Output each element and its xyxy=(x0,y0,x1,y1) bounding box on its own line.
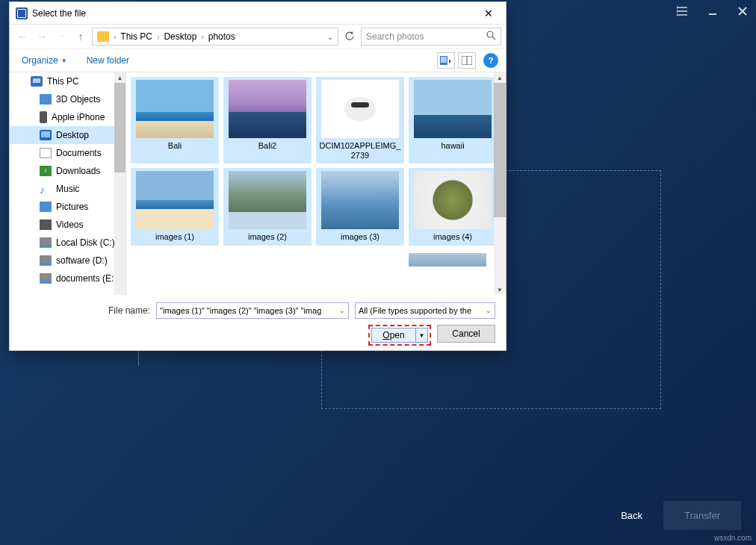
tree-item-documents-e-[interactable]: documents (E:) xyxy=(10,270,126,287)
folder-icon xyxy=(97,31,109,42)
files-scroll-down[interactable]: ▼ xyxy=(494,284,506,295)
address-dropdown-icon[interactable]: ⌄ xyxy=(324,33,336,41)
file-thumbnail xyxy=(229,171,306,229)
file-item[interactable]: Bali xyxy=(131,77,219,164)
filename-label: File name: xyxy=(108,305,150,316)
nav-up-icon[interactable]: ↑ xyxy=(72,28,89,45)
file-label: Bali2 xyxy=(226,141,309,151)
tree-item-documents[interactable]: Documents xyxy=(10,144,126,162)
help-icon[interactable]: ? xyxy=(483,53,498,68)
file-item[interactable]: Bali2 xyxy=(223,77,312,164)
tree-item-label: Documents xyxy=(56,148,102,158)
dialog-titlebar: Select the file ✕ xyxy=(10,2,506,25)
transfer-button: Transfer xyxy=(663,501,741,530)
chevron-right-icon[interactable]: › xyxy=(157,33,159,41)
file-item[interactable]: images (3) xyxy=(316,168,404,245)
chevron-right-icon[interactable]: › xyxy=(201,33,203,41)
close-button[interactable] xyxy=(735,4,750,19)
svg-point-5 xyxy=(677,14,678,16)
back-button[interactable]: Back xyxy=(607,502,656,529)
file-label: Bali xyxy=(134,141,216,151)
breadcrumb-segment[interactable]: This PC xyxy=(117,30,155,43)
file-item[interactable]: images (2) xyxy=(223,168,312,245)
tree-item-desktop[interactable]: Desktop xyxy=(10,126,126,144)
pc-icon xyxy=(31,76,43,87)
file-thumbnail xyxy=(414,171,492,229)
dialog-nav: ← → ﹀ ↑ › This PC › Desktop › photos ⌄ S… xyxy=(10,25,506,49)
filetype-select[interactable]: All (File types supported by the ⌄ xyxy=(355,302,495,319)
breadcrumb-segment[interactable]: photos xyxy=(205,30,238,43)
svg-point-3 xyxy=(677,7,678,8)
tree-scroll-up[interactable]: ▲ xyxy=(114,72,126,83)
tree-scroll-thumb[interactable] xyxy=(114,83,126,172)
open-button[interactable]: Open ▼ xyxy=(371,328,428,343)
filetype-dropdown-icon[interactable]: ⌄ xyxy=(486,307,492,314)
dialog-toolbar: Organize ▼ New folder ? xyxy=(10,49,506,72)
nav-recent-icon[interactable]: ﹀ xyxy=(53,28,69,45)
watermark: wsxdn.com xyxy=(714,534,752,542)
svg-point-9 xyxy=(487,31,493,37)
tree-item-local-disk-c-[interactable]: Local Disk (C:) xyxy=(10,234,126,252)
file-thumbnail xyxy=(321,80,399,138)
tree-item-label: Pictures xyxy=(56,202,88,212)
files-scroll-thumb[interactable] xyxy=(494,83,506,217)
doc-icon xyxy=(40,148,52,158)
filename-value: "images (1)" "images (2)" "images (3)" "… xyxy=(160,306,321,315)
file-item[interactable]: DCIM102APPLEIMG_2739 xyxy=(316,77,404,164)
tree-item-apple-iphone[interactable]: Apple iPhone xyxy=(10,108,126,126)
file-pane[interactable]: BaliBali2DCIM102APPLEIMG_2739hawaiiimage… xyxy=(126,72,506,295)
file-item[interactable]: images (4) xyxy=(409,168,497,245)
dialog-close-button[interactable]: ✕ xyxy=(477,6,500,21)
filename-dropdown-icon[interactable]: ⌄ xyxy=(339,307,345,314)
preview-pane-button[interactable] xyxy=(458,52,476,69)
file-thumbnail[interactable] xyxy=(409,253,486,267)
disk-icon xyxy=(40,237,52,248)
tree-item-label: This PC xyxy=(47,76,79,87)
tree-item-this-pc[interactable]: This PC xyxy=(10,72,126,90)
dialog-title: Select the file xyxy=(32,8,477,19)
file-thumbnail xyxy=(321,171,399,229)
chevron-right-icon[interactable]: › xyxy=(114,33,116,41)
tree-item-label: documents (E:) xyxy=(56,273,117,284)
file-label: images (3) xyxy=(319,232,401,242)
filename-input[interactable]: "images (1)" "images (2)" "images (3)" "… xyxy=(156,302,349,319)
file-item[interactable]: images (1) xyxy=(131,168,219,245)
tree-item-music[interactable]: Music xyxy=(10,180,126,198)
filetype-value: All (File types supported by the xyxy=(359,306,471,315)
breadcrumb-segment[interactable]: Desktop xyxy=(161,30,199,43)
file-dialog: Select the file ✕ ← → ﹀ ↑ › This PC › De… xyxy=(9,1,506,351)
dl-icon xyxy=(40,166,52,176)
file-label: images (2) xyxy=(226,232,309,242)
tree-item-label: Downloads xyxy=(56,166,100,176)
tree-item-3d-objects[interactable]: 3D Objects xyxy=(10,90,126,108)
search-input[interactable]: Search photos xyxy=(361,28,501,46)
tree-item-label: Music xyxy=(56,184,79,194)
tree-item-label: Desktop xyxy=(56,130,89,140)
music-icon xyxy=(40,184,52,194)
open-button-highlight: Open ▼ xyxy=(368,325,431,346)
tree-item-label: software (D:) xyxy=(56,255,108,266)
organize-menu[interactable]: Organize ▼ xyxy=(17,52,72,69)
dialog-icon xyxy=(16,7,28,19)
tree-item-label: Videos xyxy=(56,219,83,230)
tree-item-label: Apple iPhone xyxy=(52,112,105,122)
list-icon[interactable] xyxy=(675,4,690,19)
refresh-icon[interactable] xyxy=(341,28,358,45)
address-bar[interactable]: › This PC › Desktop › photos ⌄ xyxy=(92,28,338,46)
minimize-button[interactable] xyxy=(705,4,720,19)
tree-item-software-d-[interactable]: software (D:) xyxy=(10,252,126,270)
open-split-dropdown[interactable]: ▼ xyxy=(416,328,428,343)
nav-back-icon[interactable]: ← xyxy=(14,28,31,45)
tree-item-videos[interactable]: Videos xyxy=(10,216,126,234)
view-mode-button[interactable] xyxy=(437,52,455,69)
cancel-button[interactable]: Cancel xyxy=(437,325,495,343)
tree-item-pictures[interactable]: Pictures xyxy=(10,198,126,216)
files-scroll-up[interactable]: ▲ xyxy=(494,72,506,83)
file-item[interactable]: hawaii xyxy=(409,77,497,164)
new-folder-button[interactable]: New folder xyxy=(82,52,134,69)
file-thumbnail xyxy=(136,171,214,229)
disk-icon xyxy=(40,255,52,266)
tree-item-downloads[interactable]: Downloads xyxy=(10,162,126,180)
search-placeholder: Search photos xyxy=(366,31,424,42)
file-label: images (1) xyxy=(134,232,216,242)
